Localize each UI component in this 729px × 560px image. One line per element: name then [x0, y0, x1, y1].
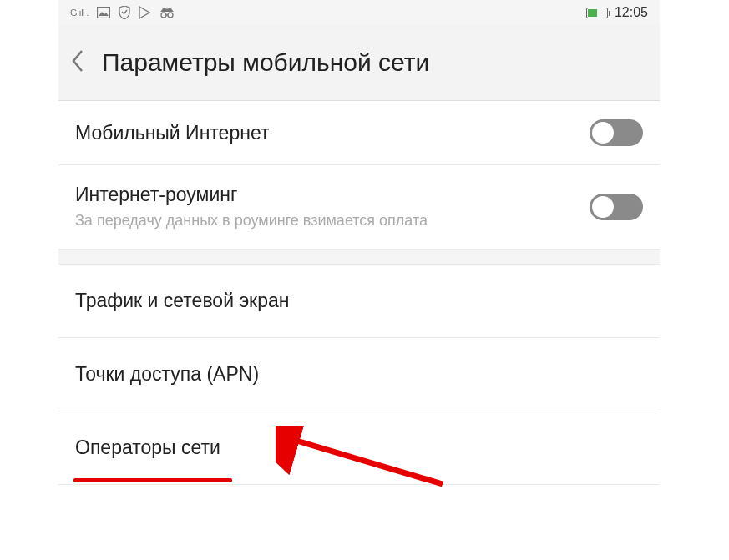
shield-icon	[119, 6, 130, 19]
row-internet-roaming[interactable]: Интернет-роуминг За передачу данных в ро…	[58, 165, 660, 250]
row-apn-title: Точки доступа (APN)	[75, 363, 643, 386]
app-header: Параметры мобильной сети	[58, 25, 660, 101]
back-button[interactable]	[70, 43, 94, 82]
row-internet-roaming-title: Интернет-роуминг	[75, 184, 590, 206]
svg-marker-1	[99, 12, 109, 16]
page-title: Параметры мобильной сети	[102, 48, 429, 77]
svg-point-3	[161, 13, 166, 18]
toggle-mobile-internet[interactable]	[590, 119, 643, 146]
status-time: 12:05	[615, 5, 648, 20]
row-network-operators-title: Операторы сети	[75, 436, 643, 459]
row-mobile-internet[interactable]: Мобильный Интернет	[58, 101, 660, 165]
svg-rect-0	[98, 8, 110, 18]
incognito-icon	[159, 7, 175, 18]
row-mobile-internet-title: Мобильный Интернет	[75, 122, 590, 144]
status-bar: Gııll . 12:05	[58, 0, 660, 25]
gallery-icon	[97, 7, 110, 18]
battery-icon	[586, 8, 608, 18]
annotation-underline	[73, 478, 232, 482]
annotation-arrow	[276, 426, 459, 492]
svg-point-4	[168, 13, 173, 18]
svg-marker-2	[139, 7, 149, 18]
row-apn[interactable]: Точки доступа (APN)	[58, 338, 660, 411]
section-divider	[58, 250, 660, 265]
toggle-internet-roaming[interactable]	[590, 194, 643, 220]
row-network-operators[interactable]: Операторы сети	[58, 411, 660, 485]
row-internet-roaming-desc: За передачу данных в роуминге взимается …	[75, 211, 476, 230]
play-store-icon	[139, 6, 150, 19]
signal-indicator: Gııll .	[70, 8, 89, 18]
row-traffic-firewall[interactable]: Трафик и сетевой экран	[58, 265, 660, 338]
row-traffic-firewall-title: Трафик и сетевой экран	[75, 290, 643, 312]
